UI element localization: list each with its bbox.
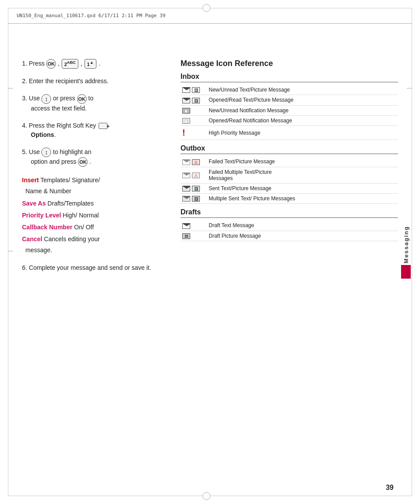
outbox-row-3: 🖼 Sent Text/Picture Message — [181, 183, 398, 193]
menu-item-cancel: Cancel Cancels editing your message. — [22, 234, 163, 256]
menu-label-callback: Callback Number — [22, 224, 72, 231]
step-1-comma2: , — [81, 60, 84, 67]
reg-mark-top — [203, 4, 210, 12]
inbox-row-3: 📋 New/Unread Notification Message — [181, 105, 398, 115]
key-1: 1▲ — [85, 59, 96, 69]
step-6: 6. Complete your message and send or sav… — [22, 263, 163, 272]
outbox-env-4 — [182, 196, 190, 202]
menu-item-priority: Priority Level High/ Normal — [22, 210, 163, 221]
notif-new-icon: 📋 — [182, 108, 190, 114]
inbox-label-3: New/Unread Notification Message — [207, 105, 398, 115]
step-4-period: . — [54, 131, 56, 138]
inbox-label-1: New/Unread Text/Picture Message — [207, 85, 398, 95]
step-5: 5. Use ↕ to highlight an option and pres… — [22, 147, 163, 167]
outbox-icon-2: ⚠ — [181, 167, 207, 183]
drafts-header: Drafts — [181, 208, 398, 218]
step-4-options: Options — [31, 131, 54, 138]
outbox-pic-2: ⚠ — [192, 173, 200, 178]
step-6-text: 6. Complete your message and send or sav… — [22, 264, 151, 271]
outbox-label-3: Sent Text/Picture Message — [207, 183, 398, 193]
ok-key-3-icon: OK — [78, 157, 88, 167]
menu-label-saveas: Save As — [22, 200, 46, 207]
outbox-label-2: Failed Multiple Text/PictureMessages — [207, 167, 398, 183]
inbox-row-1: 🖼 New/Unread Text/Picture Message — [181, 85, 398, 95]
menu-label-priority: Priority Level — [22, 212, 61, 219]
inbox-label-2: Opened/Read Text/Picture Message — [207, 95, 398, 105]
drafts-label-2: Draft Picture Message — [207, 231, 398, 241]
outbox-table: ⚠ Failed Text/Picture Message ⚠ Failed M… — [181, 157, 398, 204]
menu-item-saveas: Save As Drafts/Templates — [22, 198, 163, 209]
step-2-text: 2. Enter the recipient's address. — [22, 77, 108, 85]
step-3-text2: or press — [53, 95, 77, 102]
menu-label-cancel: Cancel — [22, 235, 42, 243]
outbox-label-4: Multiple Sent Text/ Picture Messages — [207, 193, 398, 203]
step-5-period: . — [89, 158, 91, 165]
sidebar-bar — [401, 265, 411, 279]
inbox-icon-4: 📋 — [181, 115, 207, 125]
ok-key-icon: OK — [46, 59, 56, 69]
inbox-label-4: Opened/Read Notification Message — [207, 115, 398, 125]
outbox-icon-4: 🖼 — [181, 193, 207, 203]
inbox-icon-3: 📋 — [181, 105, 207, 115]
page-header: UN150_Eng_manual_110617.qxd 6/17/11 2:11… — [8, 8, 412, 24]
step-4: 4. Press the Right Soft Key Options. — [22, 121, 163, 140]
inbox-header: Inbox — [181, 73, 398, 82]
step-1-text: 1. Press — [22, 60, 46, 67]
ok-key-2-icon: OK — [77, 94, 87, 104]
drafts-label-1: Draft Text Message — [207, 221, 398, 231]
right-column: Message Icon Reference Inbox 🖼 New/Unrea… — [181, 24, 398, 482]
margin-mark-right-top — [407, 88, 412, 88]
ref-title: Message Icon Reference — [181, 59, 398, 68]
margin-mark-left-top — [8, 88, 13, 88]
inbox-icon-2: 🖼 — [181, 95, 207, 105]
draft-pic-icon: 🖼 — [182, 233, 190, 239]
outbox-env-3 — [182, 186, 190, 191]
drafts-icon-2: 🖼 — [181, 231, 207, 241]
menu-label-insert: Insert — [22, 177, 39, 184]
outbox-header: Outbox — [181, 144, 398, 154]
inbox-row-5: ! High Priority Message — [181, 126, 398, 140]
step-3-text1: 3. Use — [22, 95, 41, 102]
drafts-row-1: Draft Text Message — [181, 221, 398, 231]
notif-open-icon: 📋 — [182, 118, 190, 124]
priority-icon: ! — [182, 128, 185, 138]
pic-opened-icon: 🖼 — [192, 98, 200, 103]
nav-key-2-icon: ↕ — [41, 147, 51, 157]
reg-mark-bottom — [203, 492, 210, 500]
header-text: UN150_Eng_manual_110617.qxd 6/17/11 2:11… — [17, 13, 166, 18]
margin-mark-left-mid — [8, 251, 13, 251]
step-4-text1: 4. Press the Right Soft Key — [22, 122, 98, 129]
nav-key-icon: ↕ — [41, 94, 51, 104]
step-1: 1. Press OK , 2ABC , 1▲ . — [22, 59, 163, 69]
sidebar-label: Messaging — [403, 226, 409, 263]
draft-env-icon — [182, 223, 190, 229]
outbox-env-1 — [182, 159, 190, 165]
outbox-env-2 — [182, 173, 190, 178]
step-5-text1: 5. Use — [22, 148, 41, 155]
inbox-row-4: 📋 Opened/Read Notification Message — [181, 115, 398, 125]
envelope-opened-icon — [182, 98, 190, 103]
key-2abc: 2ABC — [62, 59, 78, 69]
pic-icon: 🖼 — [192, 87, 200, 93]
menu-item-insert: Insert Templates/ Signature/ Name & Numb… — [22, 175, 163, 197]
step-2: 2. Enter the recipient's address. — [22, 77, 163, 86]
outbox-row-4: 🖼 Multiple Sent Text/ Picture Messages — [181, 193, 398, 203]
step-3: 3. Use ↕ or press OK to access the text … — [22, 94, 163, 113]
menu-item-callback: Callback Number On/ Off — [22, 222, 163, 233]
menu-rest-callback: On/ Off — [74, 224, 94, 231]
outbox-pic-4: 🖼 — [192, 196, 200, 202]
menu-rest-saveas: Drafts/Templates — [48, 200, 94, 207]
drafts-icon-1 — [181, 221, 207, 231]
outbox-label-1: Failed Text/Picture Message — [207, 157, 398, 167]
content-area: 1. Press OK , 2ABC , 1▲ . 2. Enter the r… — [22, 24, 398, 482]
inbox-icon-1: 🖼 — [181, 85, 207, 95]
outbox-row-2: ⚠ Failed Multiple Text/PictureMessages — [181, 167, 398, 183]
step-1-comma1: , — [58, 60, 61, 67]
inbox-table: 🖼 New/Unread Text/Picture Message 🖼 Open… — [181, 85, 398, 140]
soft-key-icon — [99, 123, 107, 129]
inbox-label-5: High Priority Message — [207, 126, 398, 140]
drafts-table: Draft Text Message 🖼 Draft Picture Messa… — [181, 221, 398, 241]
outbox-icon-3: 🖼 — [181, 183, 207, 193]
menu-rest-priority: High/ Normal — [63, 212, 99, 219]
outbox-icon-1: ⚠ — [181, 157, 207, 167]
